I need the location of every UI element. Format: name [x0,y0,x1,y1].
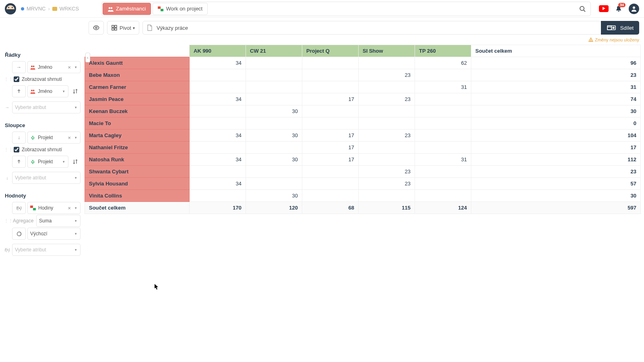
chevron-down-icon[interactable]: ▾ [62,89,66,93]
collapse-sidebar-handle[interactable]: ‹ [85,53,90,62]
pivot-cell[interactable] [302,166,359,178]
rows-add-attribute[interactable]: Vyberte atribut ▾ [12,101,80,113]
pivot-cell[interactable] [190,190,246,202]
expand-arrow-icon[interactable]: → [12,61,26,73]
share-button[interactable]: Sdílet [601,21,639,35]
tab-employees[interactable]: Zaměstnanci [103,3,151,15]
pivot-cell[interactable] [415,105,471,117]
pivot-cell[interactable]: 23 [359,69,415,81]
pivot-cell[interactable]: 30 [246,105,302,117]
expand-arrow-icon[interactable]: ↓ [12,132,26,144]
app-logo[interactable] [5,3,16,14]
pivot-row-header[interactable]: Natosha Runk [85,154,190,166]
pivot-cell[interactable] [415,69,471,81]
pivot-row-header[interactable]: Keenan Buczek [85,105,190,117]
drag-handle-icon[interactable]: ⋮⋮ [4,218,10,224]
pivot-cell[interactable]: 34 [190,57,246,69]
pivot-cell[interactable] [246,117,302,130]
rows-sort-attribute[interactable]: Jméno ▾ [27,85,68,97]
pivot-cell[interactable] [246,57,302,69]
pivot-cell[interactable] [302,178,359,190]
youtube-icon[interactable] [599,5,609,12]
pivot-cell[interactable] [302,190,359,202]
drag-handle-icon[interactable]: ⋮⋮ [4,77,10,82]
pivot-cell[interactable] [415,178,471,190]
chevron-down-icon[interactable]: ▾ [74,248,78,252]
pivot-row-header[interactable]: Jasmin Peace [85,93,190,105]
pivot-cell[interactable] [415,166,471,178]
pivot-cell[interactable]: 23 [359,130,415,142]
pivot-cell[interactable] [415,117,471,130]
pivot-cell[interactable] [302,81,359,93]
pivot-cell[interactable]: 34 [190,130,246,142]
pivot-cell[interactable]: 30 [246,130,302,142]
pivot-row-header[interactable]: Carmen Farner [85,81,190,93]
chevron-down-icon[interactable]: ▾ [74,219,78,223]
sort-config-icon[interactable] [12,85,26,97]
pivot-cell[interactable] [415,142,471,154]
breadcrumb-project[interactable]: MRVNC [27,6,45,12]
tab-work-on-project[interactable]: Work on project [153,3,208,15]
pivot-cell[interactable] [359,117,415,130]
pivot-cell[interactable] [415,130,471,142]
pivot-cell[interactable] [415,93,471,105]
view-title-input[interactable]: Výkazy práce [142,21,601,35]
aggregation-select[interactable]: Suma ▾ [36,215,80,227]
breadcrumb-table[interactable]: WRKCS [60,6,79,12]
pivot-cell[interactable] [359,142,415,154]
visibility-toggle[interactable] [89,21,104,35]
rows-summary-checkbox[interactable] [14,76,19,82]
rows-show-summary[interactable]: Zobrazovat shrnutí [11,74,62,84]
pivot-cell[interactable] [190,142,246,154]
pivot-cell[interactable] [246,81,302,93]
sort-direction-toggle[interactable] [70,88,80,94]
pivot-cell[interactable]: 17 [302,130,359,142]
pivot-cell[interactable] [359,105,415,117]
color-scheme-select[interactable]: Výchozí ▾ [27,228,80,240]
pivot-row-header[interactable]: Nathaniel Fritze [85,142,190,154]
pivot-cell[interactable] [302,117,359,130]
remove-attr-icon[interactable]: × [67,135,72,141]
pivot-row-header[interactable]: Sylvia Housand [85,178,190,190]
pivot-cell[interactable] [359,81,415,93]
pivot-cell[interactable] [359,190,415,202]
columns-summary-checkbox[interactable] [14,147,19,152]
pivot-cell[interactable]: 23 [359,93,415,105]
pivot-cell[interactable] [302,57,359,69]
columns-attribute-project[interactable]: Projekt × ▾ [27,132,80,144]
pivot-cell[interactable] [190,81,246,93]
pivot-cell[interactable]: 30 [246,190,302,202]
pivot-col-header[interactable]: TP 260 [415,45,471,57]
pivot-cell[interactable] [302,105,359,117]
pivot-cell[interactable] [190,117,246,130]
pivot-row-header[interactable]: Vinita Collins [85,190,190,202]
values-add-attribute[interactable]: Vyberte atribut ▾ [12,244,80,256]
pivot-cell[interactable]: 23 [359,166,415,178]
user-avatar[interactable] [629,4,639,14]
chevron-down-icon[interactable]: ▾ [62,160,66,164]
pivot-col-header[interactable]: AK 990 [190,45,246,57]
columns-show-summary[interactable]: Zobrazovat shrnutí [11,144,62,155]
chevron-down-icon[interactable]: ▾ [74,65,78,69]
pivot-cell[interactable] [190,69,246,81]
pivot-cell[interactable] [190,166,246,178]
columns-add-attribute[interactable]: Vyberte atribut ▾ [12,172,80,184]
pivot-cell[interactable]: 31 [415,81,471,93]
rows-attribute-name[interactable]: Jméno × ▾ [27,61,80,73]
chevron-down-icon[interactable]: ▾ [74,232,78,236]
chevron-down-icon[interactable]: ▾ [74,105,78,109]
search-icon[interactable] [579,5,586,12]
pivot-cell[interactable]: 31 [415,154,471,166]
columns-sort-attribute[interactable]: Projekt ▾ [27,156,68,168]
pivot-cell[interactable]: 34 [190,178,246,190]
color-config-icon[interactable] [12,228,26,240]
pivot-cell[interactable] [190,105,246,117]
pivot-cell[interactable]: 17 [302,93,359,105]
pivot-col-header[interactable]: Project Q [302,45,359,57]
pivot-cell[interactable] [302,69,359,81]
chevron-down-icon[interactable]: ▾ [74,136,78,140]
pivot-cell[interactable] [246,178,302,190]
pivot-cell[interactable]: 34 [190,93,246,105]
remove-attr-icon[interactable]: × [67,64,72,70]
pivot-col-header[interactable]: SI Show [359,45,415,57]
